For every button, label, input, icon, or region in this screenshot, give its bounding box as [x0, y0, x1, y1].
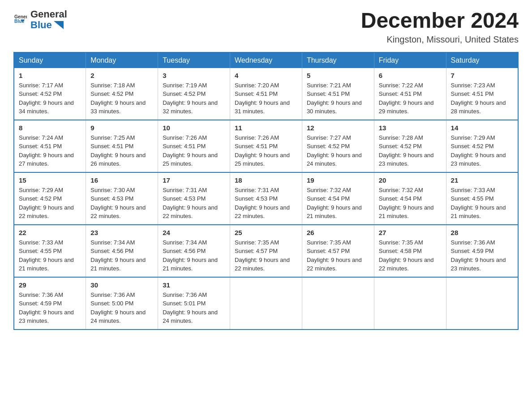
- day-info: Sunrise: 7:29 AM Sunset: 4:52 PM Dayligh…: [451, 133, 513, 168]
- calendar-cell: 29 Sunrise: 7:36 AM Sunset: 4:59 PM Dayl…: [14, 277, 86, 330]
- day-number: 31: [163, 281, 225, 289]
- day-number: 29: [19, 281, 81, 289]
- day-number: 9: [90, 124, 153, 132]
- calendar-cell: 8 Sunrise: 7:24 AM Sunset: 4:51 PM Dayli…: [14, 120, 86, 172]
- svg-text:Blue: Blue: [14, 19, 25, 24]
- day-number: 11: [235, 124, 297, 132]
- day-number: 20: [379, 176, 442, 184]
- day-info: Sunrise: 7:30 AM Sunset: 4:53 PM Dayligh…: [90, 186, 153, 221]
- day-number: 19: [307, 176, 369, 184]
- day-info: Sunrise: 7:31 AM Sunset: 4:53 PM Dayligh…: [235, 186, 297, 221]
- day-info: Sunrise: 7:17 AM Sunset: 4:52 PM Dayligh…: [19, 81, 81, 116]
- day-number: 15: [19, 176, 81, 184]
- day-info: Sunrise: 7:36 AM Sunset: 5:01 PM Dayligh…: [163, 291, 225, 325]
- day-info: Sunrise: 7:32 AM Sunset: 4:54 PM Dayligh…: [379, 186, 442, 221]
- day-info: Sunrise: 7:33 AM Sunset: 4:55 PM Dayligh…: [19, 238, 81, 273]
- weekday-header-sunday: Sunday: [14, 52, 86, 68]
- calendar-body: 1 Sunrise: 7:17 AM Sunset: 4:52 PM Dayli…: [14, 68, 518, 330]
- calendar-cell: 14 Sunrise: 7:29 AM Sunset: 4:52 PM Dayl…: [446, 120, 518, 172]
- calendar-cell: 12 Sunrise: 7:27 AM Sunset: 4:52 PM Dayl…: [302, 120, 374, 172]
- calendar-cell: 19 Sunrise: 7:32 AM Sunset: 4:54 PM Dayl…: [302, 172, 374, 225]
- month-title: December 2024: [361, 9, 519, 33]
- calendar-cell: 11 Sunrise: 7:26 AM Sunset: 4:51 PM Dayl…: [230, 120, 302, 172]
- calendar-week-5: 29 Sunrise: 7:36 AM Sunset: 4:59 PM Dayl…: [14, 277, 518, 330]
- calendar-cell: 17 Sunrise: 7:31 AM Sunset: 4:53 PM Dayl…: [158, 172, 230, 225]
- calendar-cell: 16 Sunrise: 7:30 AM Sunset: 4:53 PM Dayl…: [86, 172, 158, 225]
- day-info: Sunrise: 7:24 AM Sunset: 4:51 PM Dayligh…: [19, 133, 81, 168]
- title-area: December 2024 Kingston, Missouri, United…: [361, 9, 519, 45]
- day-info: Sunrise: 7:35 AM Sunset: 4:58 PM Dayligh…: [379, 238, 442, 273]
- day-info: Sunrise: 7:33 AM Sunset: 4:55 PM Dayligh…: [451, 186, 513, 221]
- day-number: 27: [379, 229, 442, 236]
- calendar-cell: 31 Sunrise: 7:36 AM Sunset: 5:01 PM Dayl…: [158, 277, 230, 330]
- day-number: 18: [235, 176, 297, 184]
- calendar-cell: 27 Sunrise: 7:35 AM Sunset: 4:58 PM Dayl…: [374, 225, 446, 277]
- day-number: 21: [451, 176, 513, 184]
- day-number: 24: [163, 229, 225, 236]
- calendar-cell: 23 Sunrise: 7:34 AM Sunset: 4:56 PM Dayl…: [86, 225, 158, 277]
- calendar-table: SundayMondayTuesdayWednesdayThursdayFrid…: [13, 52, 519, 330]
- calendar-cell: 2 Sunrise: 7:18 AM Sunset: 4:52 PM Dayli…: [86, 68, 158, 120]
- day-info: Sunrise: 7:22 AM Sunset: 4:51 PM Dayligh…: [379, 81, 442, 116]
- day-info: Sunrise: 7:26 AM Sunset: 4:51 PM Dayligh…: [163, 133, 225, 168]
- logo: General Blue General Blue: [13, 9, 67, 30]
- weekday-header-friday: Friday: [374, 52, 446, 68]
- day-number: 4: [235, 72, 297, 79]
- day-info: Sunrise: 7:27 AM Sunset: 4:52 PM Dayligh…: [307, 133, 369, 168]
- calendar-week-1: 1 Sunrise: 7:17 AM Sunset: 4:52 PM Dayli…: [14, 68, 518, 120]
- calendar-cell: 30 Sunrise: 7:36 AM Sunset: 5:00 PM Dayl…: [86, 277, 158, 330]
- calendar-week-3: 15 Sunrise: 7:29 AM Sunset: 4:52 PM Dayl…: [14, 172, 518, 225]
- calendar-cell: [446, 277, 518, 330]
- svg-text:General: General: [14, 14, 27, 19]
- day-number: 26: [307, 229, 369, 236]
- calendar-cell: [302, 277, 374, 330]
- day-info: Sunrise: 7:35 AM Sunset: 4:57 PM Dayligh…: [307, 238, 369, 273]
- day-info: Sunrise: 7:31 AM Sunset: 4:53 PM Dayligh…: [163, 186, 225, 221]
- day-number: 25: [235, 229, 297, 236]
- weekday-header-thursday: Thursday: [302, 52, 374, 68]
- calendar-cell: 9 Sunrise: 7:25 AM Sunset: 4:51 PM Dayli…: [86, 120, 158, 172]
- day-info: Sunrise: 7:18 AM Sunset: 4:52 PM Dayligh…: [90, 81, 153, 116]
- calendar-cell: 22 Sunrise: 7:33 AM Sunset: 4:55 PM Dayl…: [14, 225, 86, 277]
- day-number: 6: [379, 72, 442, 79]
- calendar-cell: 3 Sunrise: 7:19 AM Sunset: 4:52 PM Dayli…: [158, 68, 230, 120]
- calendar-cell: 15 Sunrise: 7:29 AM Sunset: 4:52 PM Dayl…: [14, 172, 86, 225]
- logo-blue-text: Blue: [30, 20, 67, 30]
- day-info: Sunrise: 7:21 AM Sunset: 4:51 PM Dayligh…: [307, 81, 369, 116]
- calendar-cell: 1 Sunrise: 7:17 AM Sunset: 4:52 PM Dayli…: [14, 68, 86, 120]
- day-info: Sunrise: 7:25 AM Sunset: 4:51 PM Dayligh…: [90, 133, 153, 168]
- logo-triangle-icon: [54, 21, 64, 29]
- day-info: Sunrise: 7:23 AM Sunset: 4:51 PM Dayligh…: [451, 81, 513, 116]
- calendar-cell: 24 Sunrise: 7:34 AM Sunset: 4:56 PM Dayl…: [158, 225, 230, 277]
- calendar-cell: 28 Sunrise: 7:36 AM Sunset: 4:59 PM Dayl…: [446, 225, 518, 277]
- day-info: Sunrise: 7:35 AM Sunset: 4:57 PM Dayligh…: [235, 238, 297, 273]
- day-number: 10: [163, 124, 225, 132]
- day-number: 16: [90, 176, 153, 184]
- weekday-header-saturday: Saturday: [446, 52, 518, 68]
- day-number: 3: [163, 72, 225, 79]
- day-info: Sunrise: 7:36 AM Sunset: 4:59 PM Dayligh…: [19, 291, 81, 325]
- calendar-cell: 26 Sunrise: 7:35 AM Sunset: 4:57 PM Dayl…: [302, 225, 374, 277]
- weekday-header-tuesday: Tuesday: [158, 52, 230, 68]
- calendar-cell: 18 Sunrise: 7:31 AM Sunset: 4:53 PM Dayl…: [230, 172, 302, 225]
- day-info: Sunrise: 7:28 AM Sunset: 4:52 PM Dayligh…: [379, 133, 442, 168]
- day-info: Sunrise: 7:36 AM Sunset: 4:59 PM Dayligh…: [451, 238, 513, 273]
- day-info: Sunrise: 7:34 AM Sunset: 4:56 PM Dayligh…: [90, 238, 153, 273]
- day-number: 7: [451, 72, 513, 79]
- calendar-cell: 6 Sunrise: 7:22 AM Sunset: 4:51 PM Dayli…: [374, 68, 446, 120]
- weekday-header-row: SundayMondayTuesdayWednesdayThursdayFrid…: [14, 52, 518, 68]
- day-number: 23: [90, 229, 153, 236]
- calendar-cell: 21 Sunrise: 7:33 AM Sunset: 4:55 PM Dayl…: [446, 172, 518, 225]
- day-number: 30: [90, 281, 153, 289]
- day-info: Sunrise: 7:19 AM Sunset: 4:52 PM Dayligh…: [163, 81, 225, 116]
- calendar-cell: [230, 277, 302, 330]
- day-info: Sunrise: 7:32 AM Sunset: 4:54 PM Dayligh…: [307, 186, 369, 221]
- day-number: 13: [379, 124, 442, 132]
- calendar-week-4: 22 Sunrise: 7:33 AM Sunset: 4:55 PM Dayl…: [14, 225, 518, 277]
- svg-marker-3: [54, 21, 64, 29]
- day-info: Sunrise: 7:20 AM Sunset: 4:51 PM Dayligh…: [235, 81, 297, 116]
- day-number: 1: [19, 72, 81, 79]
- weekday-header-monday: Monday: [86, 52, 158, 68]
- day-number: 17: [163, 176, 225, 184]
- calendar-cell: 5 Sunrise: 7:21 AM Sunset: 4:51 PM Dayli…: [302, 68, 374, 120]
